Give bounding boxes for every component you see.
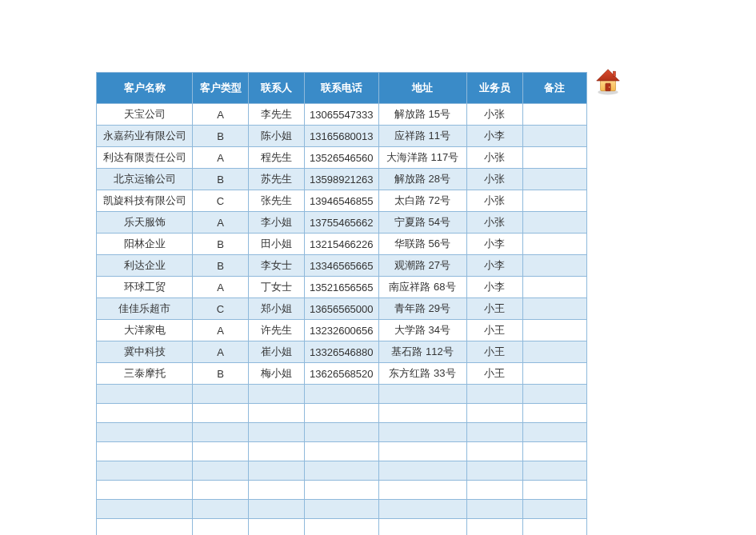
cell-sales: 小李 bbox=[466, 255, 522, 277]
cell-sales: 小李 bbox=[466, 277, 522, 298]
header-customer-type: 客户类型 bbox=[193, 73, 249, 104]
cell-sales: 小张 bbox=[466, 169, 522, 190]
cell-contact: 陈小姐 bbox=[249, 126, 305, 147]
cell-contact: 张先生 bbox=[249, 190, 305, 212]
cell-empty bbox=[249, 385, 305, 404]
cell-empty bbox=[305, 423, 379, 442]
cell-phone: 13065547333 bbox=[305, 104, 379, 126]
table-row: 大洋家电A许先生13232600656大学路 34号小王 bbox=[97, 320, 587, 341]
cell-empty bbox=[466, 385, 522, 404]
cell-contact: 丁女士 bbox=[249, 277, 305, 298]
table-row-empty bbox=[97, 423, 587, 442]
cell-customer_name: 冀中科技 bbox=[97, 341, 193, 363]
cell-empty bbox=[97, 442, 193, 461]
table-row: 永嘉药业有限公司B陈小姐13165680013应祥路 11号小李 bbox=[97, 126, 587, 147]
table-row: 利达有限责任公司A程先生13526546560大海洋路 117号小张 bbox=[97, 147, 587, 169]
cell-customer_type: B bbox=[193, 255, 249, 277]
table-row: 三泰摩托B梅小姐13626568520东方红路 33号小王 bbox=[97, 363, 587, 385]
cell-customer_name: 阳林企业 bbox=[97, 234, 193, 255]
cell-remark bbox=[522, 255, 586, 277]
cell-sales: 小王 bbox=[466, 363, 522, 385]
cell-empty bbox=[97, 519, 193, 536]
cell-empty bbox=[249, 423, 305, 442]
table-row: 乐天服饰A李小姐13755465662宁夏路 54号小张 bbox=[97, 212, 587, 234]
cell-customer_type: A bbox=[193, 104, 249, 126]
table-row: 凯旋科技有限公司C张先生13946546855太白路 72号小张 bbox=[97, 190, 587, 212]
cell-sales: 小王 bbox=[466, 341, 522, 363]
cell-remark bbox=[522, 147, 586, 169]
table-row: 天宝公司A李先生13065547333解放路 15号小张 bbox=[97, 104, 587, 126]
cell-customer_name: 大洋家电 bbox=[97, 320, 193, 341]
cell-remark bbox=[522, 104, 586, 126]
cell-contact: 程先生 bbox=[249, 147, 305, 169]
cell-contact: 李先生 bbox=[249, 104, 305, 126]
cell-empty bbox=[466, 519, 522, 536]
table-row-empty bbox=[97, 442, 587, 461]
cell-empty bbox=[305, 461, 379, 481]
cell-empty bbox=[522, 500, 586, 519]
cell-empty bbox=[522, 461, 586, 481]
cell-empty bbox=[193, 423, 249, 442]
table-row: 环球工贸A丁女士13521656565南应祥路 68号小李 bbox=[97, 277, 587, 298]
cell-contact: 崔小姐 bbox=[249, 341, 305, 363]
cell-address: 东方红路 33号 bbox=[378, 363, 466, 385]
cell-customer_type: B bbox=[193, 126, 249, 147]
cell-empty bbox=[522, 519, 586, 536]
cell-phone: 13946546855 bbox=[305, 190, 379, 212]
cell-customer_name: 利达有限责任公司 bbox=[97, 147, 193, 169]
cell-empty bbox=[466, 404, 522, 423]
cell-customer_type: A bbox=[193, 147, 249, 169]
cell-customer_name: 佳佳乐超市 bbox=[97, 298, 193, 320]
cell-empty bbox=[249, 500, 305, 519]
cell-customer_type: A bbox=[193, 320, 249, 341]
home-icon[interactable] bbox=[593, 66, 623, 96]
cell-empty bbox=[522, 404, 586, 423]
cell-phone: 13215466226 bbox=[305, 234, 379, 255]
cell-contact: 田小姐 bbox=[249, 234, 305, 255]
cell-empty bbox=[193, 385, 249, 404]
cell-sales: 小王 bbox=[466, 320, 522, 341]
cell-empty bbox=[378, 500, 466, 519]
cell-phone: 13755465662 bbox=[305, 212, 379, 234]
cell-sales: 小张 bbox=[466, 147, 522, 169]
cell-customer_name: 永嘉药业有限公司 bbox=[97, 126, 193, 147]
customer-table: 客户名称 客户类型 联系人 联系电话 地址 业务员 备注 天宝公司A李先生130… bbox=[96, 72, 587, 535]
cell-phone: 13656565000 bbox=[305, 298, 379, 320]
cell-empty bbox=[305, 385, 379, 404]
cell-address: 大学路 34号 bbox=[378, 320, 466, 341]
table-row-empty bbox=[97, 519, 587, 536]
cell-address: 应祥路 11号 bbox=[378, 126, 466, 147]
cell-remark bbox=[522, 126, 586, 147]
cell-empty bbox=[193, 461, 249, 481]
cell-sales: 小张 bbox=[466, 212, 522, 234]
cell-empty bbox=[97, 500, 193, 519]
cell-empty bbox=[97, 481, 193, 500]
cell-address: 基石路 112号 bbox=[378, 341, 466, 363]
table-row: 冀中科技A崔小姐13326546880基石路 112号小王 bbox=[97, 341, 587, 363]
cell-phone: 13598921263 bbox=[305, 169, 379, 190]
cell-remark bbox=[522, 277, 586, 298]
table-row-empty bbox=[97, 481, 587, 500]
cell-phone: 13521656565 bbox=[305, 277, 379, 298]
cell-customer_type: C bbox=[193, 298, 249, 320]
cell-customer_name: 北京运输公司 bbox=[97, 169, 193, 190]
cell-empty bbox=[378, 442, 466, 461]
table-row: 北京运输公司B苏先生13598921263解放路 28号小张 bbox=[97, 169, 587, 190]
cell-phone: 13526546560 bbox=[305, 147, 379, 169]
table-row: 阳林企业B田小姐13215466226华联路 56号小李 bbox=[97, 234, 587, 255]
cell-address: 解放路 15号 bbox=[378, 104, 466, 126]
cell-empty bbox=[466, 500, 522, 519]
cell-empty bbox=[378, 461, 466, 481]
cell-remark bbox=[522, 341, 586, 363]
cell-customer_name: 环球工贸 bbox=[97, 277, 193, 298]
cell-empty bbox=[305, 404, 379, 423]
header-remark: 备注 bbox=[522, 73, 586, 104]
cell-sales: 小张 bbox=[466, 104, 522, 126]
header-sales: 业务员 bbox=[466, 73, 522, 104]
cell-phone: 13326546880 bbox=[305, 341, 379, 363]
cell-customer_type: A bbox=[193, 212, 249, 234]
cell-address: 宁夏路 54号 bbox=[378, 212, 466, 234]
table-row-empty bbox=[97, 385, 587, 404]
cell-customer_name: 天宝公司 bbox=[97, 104, 193, 126]
cell-empty bbox=[193, 519, 249, 536]
